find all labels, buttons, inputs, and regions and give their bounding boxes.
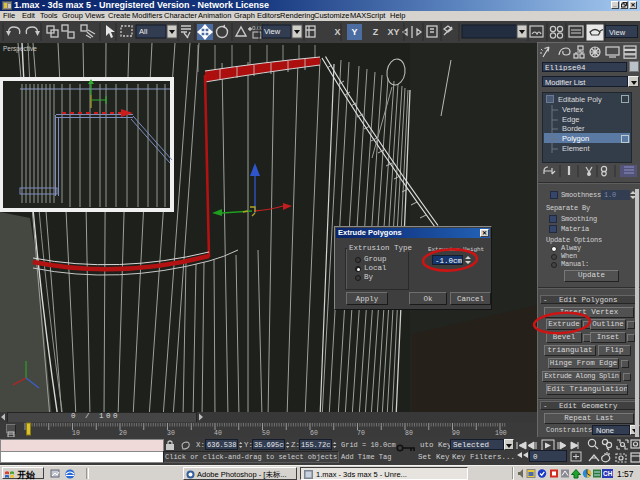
svg-text:50: 50: [262, 430, 270, 437]
svg-text:70: 70: [357, 430, 365, 437]
svg-text:40: 40: [214, 430, 222, 437]
svg-text:80: 80: [405, 430, 413, 437]
svg-text:30: 30: [167, 430, 175, 437]
svg-text:20: 20: [119, 430, 127, 437]
svg-text:100: 100: [495, 430, 507, 437]
svg-text:Perspective: Perspective: [3, 45, 37, 53]
svg-text:60: 60: [310, 430, 318, 437]
svg-text:90: 90: [452, 430, 460, 437]
svg-text:View: View: [264, 27, 281, 36]
svg-text:All: All: [139, 27, 148, 36]
svg-text:10: 10: [72, 430, 80, 437]
